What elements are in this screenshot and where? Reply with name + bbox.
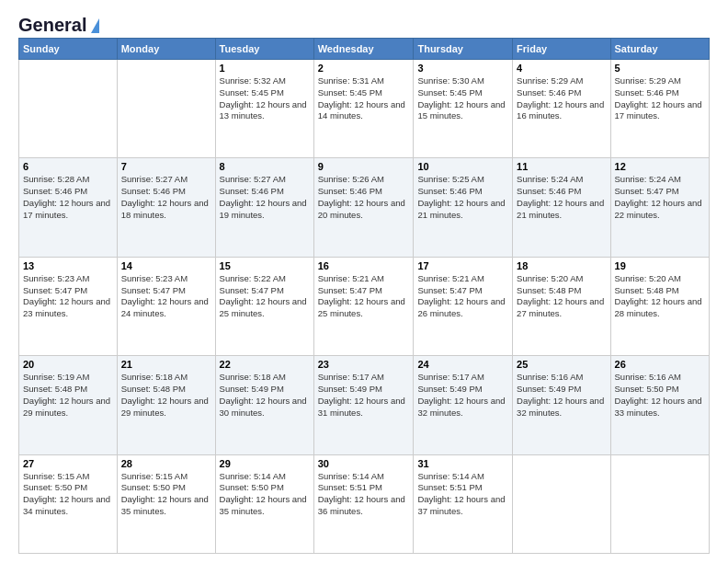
day-info: Sunrise: 5:15 AMSunset: 5:50 PMDaylight:… xyxy=(121,471,211,518)
day-info: Sunrise: 5:16 AMSunset: 5:50 PMDaylight:… xyxy=(615,372,705,419)
day-number: 26 xyxy=(615,359,705,370)
day-info: Sunrise: 5:17 AMSunset: 5:49 PMDaylight:… xyxy=(417,372,508,419)
calendar-cell: 15Sunrise: 5:22 AMSunset: 5:47 PMDayligh… xyxy=(215,257,313,355)
calendar-cell: 7Sunrise: 5:27 AMSunset: 5:46 PMDaylight… xyxy=(117,158,215,257)
calendar-cell: 8Sunrise: 5:27 AMSunset: 5:46 PMDaylight… xyxy=(215,158,313,257)
day-number: 1 xyxy=(220,63,310,74)
calendar-cell: 3Sunrise: 5:30 AMSunset: 5:45 PMDaylight… xyxy=(414,60,513,158)
calendar-cell: 25Sunrise: 5:16 AMSunset: 5:49 PMDayligh… xyxy=(513,356,610,454)
day-number: 4 xyxy=(517,63,606,74)
day-info: Sunrise: 5:14 AMSunset: 5:51 PMDaylight:… xyxy=(417,471,508,518)
day-number: 30 xyxy=(318,458,410,469)
calendar-cell: 17Sunrise: 5:21 AMSunset: 5:47 PMDayligh… xyxy=(414,257,513,355)
day-info: Sunrise: 5:25 AMSunset: 5:46 PMDaylight:… xyxy=(417,174,508,221)
day-number: 14 xyxy=(121,260,211,271)
day-number: 22 xyxy=(220,359,310,370)
calendar-cell: 18Sunrise: 5:20 AMSunset: 5:48 PMDayligh… xyxy=(513,257,610,355)
calendar-cell: 9Sunrise: 5:26 AMSunset: 5:46 PMDaylight… xyxy=(313,158,414,257)
calendar-cell: 28Sunrise: 5:15 AMSunset: 5:50 PMDayligh… xyxy=(117,454,215,553)
calendar-cell: 23Sunrise: 5:17 AMSunset: 5:49 PMDayligh… xyxy=(313,356,414,454)
calendar-cell: 1Sunrise: 5:32 AMSunset: 5:45 PMDaylight… xyxy=(215,60,313,158)
calendar-cell: 13Sunrise: 5:23 AMSunset: 5:47 PMDayligh… xyxy=(19,257,118,355)
day-info: Sunrise: 5:30 AMSunset: 5:45 PMDaylight:… xyxy=(417,75,508,122)
calendar-cell: 31Sunrise: 5:14 AMSunset: 5:51 PMDayligh… xyxy=(414,454,513,553)
calendar-cell: 20Sunrise: 5:19 AMSunset: 5:48 PMDayligh… xyxy=(19,356,118,454)
day-info: Sunrise: 5:20 AMSunset: 5:48 PMDaylight:… xyxy=(517,273,606,320)
day-info: Sunrise: 5:31 AMSunset: 5:45 PMDaylight:… xyxy=(318,75,410,122)
logo: General xyxy=(18,15,99,32)
day-info: Sunrise: 5:16 AMSunset: 5:49 PMDaylight:… xyxy=(517,372,606,419)
day-header-saturday: Saturday xyxy=(610,39,709,60)
day-number: 13 xyxy=(23,260,113,271)
day-info: Sunrise: 5:26 AMSunset: 5:46 PMDaylight:… xyxy=(318,174,410,221)
logo-triangle-icon xyxy=(91,18,99,33)
calendar-cell: 27Sunrise: 5:15 AMSunset: 5:50 PMDayligh… xyxy=(19,454,118,553)
calendar-cell xyxy=(513,454,610,553)
calendar-cell: 14Sunrise: 5:23 AMSunset: 5:47 PMDayligh… xyxy=(117,257,215,355)
day-number: 7 xyxy=(121,161,211,172)
week-row-3: 13Sunrise: 5:23 AMSunset: 5:47 PMDayligh… xyxy=(19,257,710,355)
calendar-table: SundayMondayTuesdayWednesdayThursdayFrid… xyxy=(18,38,710,554)
day-header-sunday: Sunday xyxy=(19,39,118,60)
day-info: Sunrise: 5:23 AMSunset: 5:47 PMDaylight:… xyxy=(121,273,211,320)
day-number: 2 xyxy=(318,63,410,74)
calendar-cell: 6Sunrise: 5:28 AMSunset: 5:46 PMDaylight… xyxy=(19,158,118,257)
day-number: 5 xyxy=(615,63,705,74)
header: General xyxy=(18,15,710,32)
day-number: 9 xyxy=(318,161,410,172)
week-row-4: 20Sunrise: 5:19 AMSunset: 5:48 PMDayligh… xyxy=(19,356,710,454)
day-info: Sunrise: 5:28 AMSunset: 5:46 PMDaylight:… xyxy=(23,174,113,221)
calendar-cell: 4Sunrise: 5:29 AMSunset: 5:46 PMDaylight… xyxy=(513,60,610,158)
day-number: 27 xyxy=(23,458,113,469)
calendar-cell: 11Sunrise: 5:24 AMSunset: 5:46 PMDayligh… xyxy=(513,158,610,257)
day-info: Sunrise: 5:24 AMSunset: 5:47 PMDaylight:… xyxy=(615,174,705,221)
day-info: Sunrise: 5:27 AMSunset: 5:46 PMDaylight:… xyxy=(121,174,211,221)
day-info: Sunrise: 5:15 AMSunset: 5:50 PMDaylight:… xyxy=(23,471,113,518)
day-info: Sunrise: 5:21 AMSunset: 5:47 PMDaylight:… xyxy=(417,273,508,320)
day-info: Sunrise: 5:24 AMSunset: 5:46 PMDaylight:… xyxy=(517,174,606,221)
week-row-5: 27Sunrise: 5:15 AMSunset: 5:50 PMDayligh… xyxy=(19,454,710,553)
day-number: 31 xyxy=(417,458,508,469)
day-number: 20 xyxy=(23,359,113,370)
day-info: Sunrise: 5:19 AMSunset: 5:48 PMDaylight:… xyxy=(23,372,113,419)
calendar-cell: 24Sunrise: 5:17 AMSunset: 5:49 PMDayligh… xyxy=(414,356,513,454)
day-header-tuesday: Tuesday xyxy=(215,39,313,60)
calendar-cell: 26Sunrise: 5:16 AMSunset: 5:50 PMDayligh… xyxy=(610,356,709,454)
calendar-cell: 16Sunrise: 5:21 AMSunset: 5:47 PMDayligh… xyxy=(313,257,414,355)
logo-general-text: General xyxy=(18,15,86,36)
calendar-cell: 2Sunrise: 5:31 AMSunset: 5:45 PMDaylight… xyxy=(313,60,414,158)
day-header-wednesday: Wednesday xyxy=(313,39,414,60)
calendar-cell xyxy=(610,454,709,553)
week-row-2: 6Sunrise: 5:28 AMSunset: 5:46 PMDaylight… xyxy=(19,158,710,257)
calendar-cell: 12Sunrise: 5:24 AMSunset: 5:47 PMDayligh… xyxy=(610,158,709,257)
day-info: Sunrise: 5:20 AMSunset: 5:48 PMDaylight:… xyxy=(615,273,705,320)
calendar-cell: 19Sunrise: 5:20 AMSunset: 5:48 PMDayligh… xyxy=(610,257,709,355)
calendar-cell: 5Sunrise: 5:29 AMSunset: 5:46 PMDaylight… xyxy=(610,60,709,158)
day-number: 29 xyxy=(220,458,310,469)
day-number: 12 xyxy=(615,161,705,172)
day-number: 17 xyxy=(417,260,508,271)
day-info: Sunrise: 5:17 AMSunset: 5:49 PMDaylight:… xyxy=(318,372,410,419)
day-number: 21 xyxy=(121,359,211,370)
calendar-cell: 10Sunrise: 5:25 AMSunset: 5:46 PMDayligh… xyxy=(414,158,513,257)
calendar-header-row: SundayMondayTuesdayWednesdayThursdayFrid… xyxy=(19,39,710,60)
page: General SundayMondayTuesdayWednesdayThur… xyxy=(0,0,728,563)
day-info: Sunrise: 5:29 AMSunset: 5:46 PMDaylight:… xyxy=(615,75,705,122)
day-info: Sunrise: 5:32 AMSunset: 5:45 PMDaylight:… xyxy=(220,75,310,122)
calendar-cell xyxy=(19,60,118,158)
day-info: Sunrise: 5:18 AMSunset: 5:49 PMDaylight:… xyxy=(220,372,310,419)
day-number: 3 xyxy=(417,63,508,74)
day-info: Sunrise: 5:22 AMSunset: 5:47 PMDaylight:… xyxy=(220,273,310,320)
day-number: 6 xyxy=(23,161,113,172)
day-header-thursday: Thursday xyxy=(414,39,513,60)
day-info: Sunrise: 5:21 AMSunset: 5:47 PMDaylight:… xyxy=(318,273,410,320)
calendar-cell: 21Sunrise: 5:18 AMSunset: 5:48 PMDayligh… xyxy=(117,356,215,454)
day-number: 25 xyxy=(517,359,606,370)
day-header-monday: Monday xyxy=(117,39,215,60)
day-number: 8 xyxy=(220,161,310,172)
day-number: 15 xyxy=(220,260,310,271)
calendar-cell xyxy=(117,60,215,158)
day-number: 10 xyxy=(417,161,508,172)
day-number: 18 xyxy=(517,260,606,271)
day-number: 24 xyxy=(417,359,508,370)
